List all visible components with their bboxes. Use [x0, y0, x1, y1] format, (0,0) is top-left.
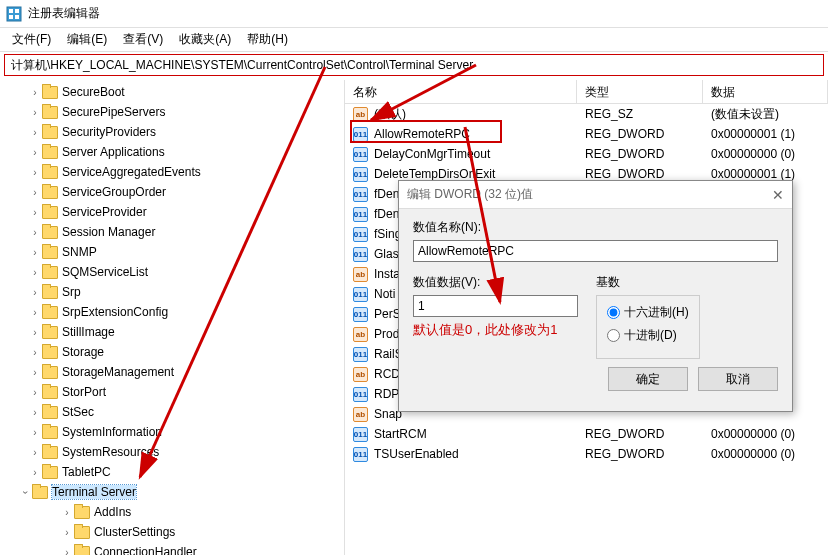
tree-item-label: SystemResources: [62, 445, 159, 459]
chevron-right-icon: ›: [28, 187, 42, 198]
radix-hex-label: 十六进制(H): [624, 304, 689, 321]
radix-label: 基数: [596, 274, 700, 291]
menu-file[interactable]: 文件(F): [4, 28, 59, 51]
value-type: REG_DWORD: [577, 447, 703, 461]
ok-button[interactable]: 确定: [608, 367, 688, 391]
tree-item[interactable]: ›SNMP: [0, 242, 344, 262]
tree-item[interactable]: ›SecureBoot: [0, 82, 344, 102]
value-name: DelayConMgrTimeout: [374, 147, 490, 161]
chevron-right-icon: ›: [28, 247, 42, 258]
chevron-right-icon: ›: [28, 347, 42, 358]
close-icon[interactable]: ✕: [772, 187, 784, 203]
folder-icon: [42, 226, 58, 239]
tree-item-label: SrpExtensionConfig: [62, 305, 168, 319]
chevron-right-icon: ›: [28, 387, 42, 398]
value-string-icon: ab: [353, 267, 368, 282]
folder-icon: [74, 546, 90, 556]
tree-item[interactable]: ›SystemInformation: [0, 422, 344, 442]
chevron-right-icon: ›: [28, 127, 42, 138]
list-row[interactable]: 011DelayConMgrTimeoutREG_DWORD0x00000000…: [345, 144, 828, 164]
tree-item[interactable]: ›Server Applications: [0, 142, 344, 162]
value-name-label: 数值名称(N):: [413, 219, 778, 236]
list-header: 名称 类型 数据: [345, 80, 828, 104]
menu-view[interactable]: 查看(V): [115, 28, 171, 51]
chevron-right-icon: ›: [28, 267, 42, 278]
tree-item[interactable]: ›SecurityProviders: [0, 122, 344, 142]
value-binary-icon: 011: [353, 287, 368, 302]
radix-dec-radio[interactable]: [607, 329, 620, 342]
tree-item[interactable]: ›ServiceProvider: [0, 202, 344, 222]
chevron-right-icon: ›: [60, 547, 74, 556]
chevron-right-icon: ›: [60, 527, 74, 538]
value-type: REG_SZ: [577, 107, 703, 121]
value-binary-icon: 011: [353, 227, 368, 242]
value-name-input[interactable]: [413, 240, 778, 262]
list-row[interactable]: ab(默认)REG_SZ(数值未设置): [345, 104, 828, 124]
svg-rect-2: [15, 9, 19, 13]
tree-item[interactable]: ›SecurePipeServers: [0, 102, 344, 122]
value-data-input[interactable]: [413, 295, 578, 317]
tree-item[interactable]: ›StSec: [0, 402, 344, 422]
tree-panel[interactable]: ›SecureBoot›SecurePipeServers›SecurityPr…: [0, 80, 345, 555]
tree-item[interactable]: ›ServiceGroupOrder: [0, 182, 344, 202]
radix-hex-radio[interactable]: [607, 306, 620, 319]
folder-icon: [42, 326, 58, 339]
col-data[interactable]: 数据: [703, 80, 828, 103]
tree-item-label: StillImage: [62, 325, 115, 339]
tree-item-label: SQMServiceList: [62, 265, 148, 279]
tree-item[interactable]: ›StillImage: [0, 322, 344, 342]
menu-edit[interactable]: 编辑(E): [59, 28, 115, 51]
value-data: 0x00000000 (0): [703, 427, 828, 441]
tree-item[interactable]: ›TabletPC: [0, 462, 344, 482]
tree-item[interactable]: ›StorPort: [0, 382, 344, 402]
value-binary-icon: 011: [353, 447, 368, 462]
col-type[interactable]: 类型: [577, 80, 703, 103]
tree-item-label: StorPort: [62, 385, 106, 399]
menu-favorites[interactable]: 收藏夹(A): [171, 28, 239, 51]
value-name: Glas: [374, 247, 399, 261]
folder-icon: [42, 146, 58, 159]
chevron-right-icon: ›: [28, 207, 42, 218]
value-type: REG_DWORD: [577, 167, 703, 181]
value-name: StartRCM: [374, 427, 427, 441]
value-binary-icon: 011: [353, 387, 368, 402]
menu-help[interactable]: 帮助(H): [239, 28, 296, 51]
tree-item[interactable]: ›Srp: [0, 282, 344, 302]
col-name[interactable]: 名称: [345, 80, 577, 103]
tree-item[interactable]: ›ServiceAggregatedEvents: [0, 162, 344, 182]
list-row[interactable]: 011AllowRemoteRPCREG_DWORD0x00000001 (1): [345, 124, 828, 144]
folder-icon: [42, 346, 58, 359]
chevron-right-icon: ›: [28, 107, 42, 118]
cancel-button[interactable]: 取消: [698, 367, 778, 391]
folder-icon: [42, 306, 58, 319]
tree-item[interactable]: ›SystemResources: [0, 442, 344, 462]
folder-icon: [74, 506, 90, 519]
chevron-right-icon: ›: [28, 147, 42, 158]
chevron-right-icon: ›: [28, 87, 42, 98]
tree-item[interactable]: ›SQMServiceList: [0, 262, 344, 282]
address-bar[interactable]: 计算机\HKEY_LOCAL_MACHINE\SYSTEM\CurrentCon…: [4, 54, 824, 76]
folder-icon: [32, 486, 48, 499]
tree-item[interactable]: ›StorageManagement: [0, 362, 344, 382]
value-name: fDen: [374, 187, 399, 201]
tree-item[interactable]: ›SrpExtensionConfig: [0, 302, 344, 322]
tree-item[interactable]: ›ClusterSettings: [0, 522, 344, 542]
tree-item-label: ClusterSettings: [94, 525, 175, 539]
tree-item-label: SecurityProviders: [62, 125, 156, 139]
tree-item[interactable]: ›ConnectionHandler: [0, 542, 344, 555]
chevron-right-icon: ›: [28, 427, 42, 438]
tree-item-terminal-server[interactable]: ›Terminal Server: [0, 482, 344, 502]
chevron-right-icon: ›: [28, 227, 42, 238]
annotation-note: 默认值是0，此处修改为1: [413, 321, 578, 339]
tree-item-label: Storage: [62, 345, 104, 359]
tree-item[interactable]: ›Storage: [0, 342, 344, 362]
tree-item[interactable]: ›AddIns: [0, 502, 344, 522]
tree-item-label: AddIns: [94, 505, 131, 519]
list-row[interactable]: 011TSUserEnabledREG_DWORD0x00000000 (0): [345, 444, 828, 464]
svg-rect-3: [9, 15, 13, 19]
folder-icon: [42, 246, 58, 259]
list-row[interactable]: 011StartRCMREG_DWORD0x00000000 (0): [345, 424, 828, 444]
tree-item[interactable]: ›Session Manager: [0, 222, 344, 242]
value-string-icon: ab: [353, 367, 368, 382]
window-title: 注册表编辑器: [28, 5, 100, 22]
